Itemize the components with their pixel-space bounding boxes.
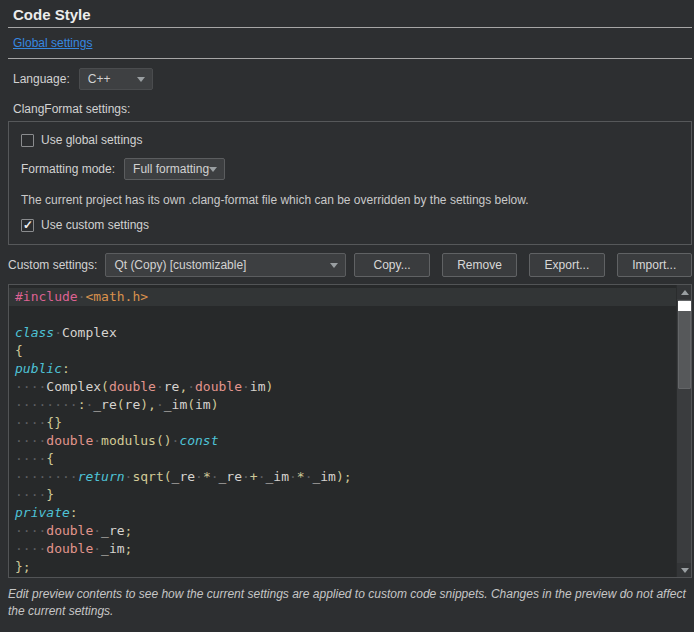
code-token: _re xyxy=(101,523,124,538)
code-line[interactable] xyxy=(9,306,676,324)
code-token: double xyxy=(46,523,93,538)
code-token: class xyxy=(15,325,54,340)
code-token: _im xyxy=(266,469,289,484)
code-line[interactable]: ····double·_re; xyxy=(9,522,676,540)
formatting-mode-label: Formatting mode: xyxy=(21,162,115,176)
code-line[interactable]: #include·<math.h> xyxy=(9,288,676,306)
code-token: _im xyxy=(101,541,124,556)
import-button[interactable]: Import... xyxy=(617,253,692,277)
code-token: double xyxy=(109,379,156,394)
use-global-settings-label: Use global settings xyxy=(41,133,142,147)
code-token: _re xyxy=(172,469,195,484)
code-line[interactable]: ········return·sqrt(_re·*·_re·+·_im·*·_i… xyxy=(9,468,676,486)
checkbox-icon[interactable] xyxy=(21,219,34,232)
code-token: _im xyxy=(312,469,335,484)
code-token: Complex xyxy=(46,379,101,394)
code-line[interactable]: ····{ xyxy=(9,450,676,468)
code-token: ········ xyxy=(15,469,78,484)
code-line[interactable]: ····double·modulus()·const xyxy=(9,432,676,450)
code-token: _im xyxy=(164,397,187,412)
code-token: { xyxy=(46,451,54,466)
code-token: sqrt xyxy=(132,469,163,484)
custom-settings-selected-value: Qt (Copy) [customizable] xyxy=(114,258,246,272)
code-token: () xyxy=(156,433,172,448)
code-token: double xyxy=(195,379,242,394)
export-button[interactable]: Export... xyxy=(529,253,604,277)
code-token: Complex xyxy=(62,325,117,340)
code-line[interactable]: { xyxy=(9,342,676,360)
code-line[interactable]: }; xyxy=(9,558,676,576)
remove-button[interactable]: Remove xyxy=(442,253,517,277)
code-token: · xyxy=(289,469,297,484)
code-token: } xyxy=(46,487,54,502)
code-token: }; xyxy=(15,559,31,574)
code-line[interactable]: class·Complex xyxy=(9,324,676,342)
code-token: double xyxy=(46,433,93,448)
code-style-settings-page: Code Style Global settings Language: C++… xyxy=(0,6,694,632)
code-line[interactable]: ····double·_im; xyxy=(9,540,676,558)
scroll-up-button[interactable] xyxy=(677,285,692,299)
code-token: ( xyxy=(164,469,172,484)
chevron-down-icon xyxy=(137,77,145,82)
code-token: · xyxy=(211,469,219,484)
code-line[interactable]: private: xyxy=(9,504,676,522)
code-preview-editor[interactable]: #include·<math.h> class·Complex{public:·… xyxy=(8,284,692,578)
custom-settings-select[interactable]: Qt (Copy) [customizable] xyxy=(105,253,346,277)
use-global-settings-checkbox[interactable]: Use global settings xyxy=(21,133,679,147)
code-token: private xyxy=(15,505,70,520)
vertical-scrollbar[interactable] xyxy=(676,285,691,577)
code-token: ···· xyxy=(15,451,46,466)
code-token: im xyxy=(250,379,266,394)
scrollbar-thumb[interactable] xyxy=(678,300,691,389)
code-token: : xyxy=(70,505,78,520)
code-line[interactable]: ····Complex(double·re,·double·im) xyxy=(9,378,676,396)
code-token: * xyxy=(297,469,305,484)
code-token: + xyxy=(250,469,258,484)
code-token: * xyxy=(203,469,211,484)
global-settings-link[interactable]: Global settings xyxy=(13,36,92,50)
chevron-down-icon xyxy=(209,167,217,172)
code-token: double xyxy=(46,541,93,556)
code-token: · xyxy=(93,433,101,448)
use-custom-settings-checkbox[interactable]: Use custom settings xyxy=(21,218,679,232)
chevron-down-icon xyxy=(330,263,338,268)
separator xyxy=(8,27,692,28)
code-token: ; xyxy=(125,541,133,556)
code-line[interactable]: public: xyxy=(9,360,676,378)
code-token: ···· xyxy=(15,415,46,430)
code-token: ···· xyxy=(15,433,46,448)
code-token: _re xyxy=(93,397,116,412)
checkbox-icon[interactable] xyxy=(21,134,34,147)
code-token: ···· xyxy=(15,487,46,502)
code-token: ········ xyxy=(15,397,78,412)
code-token: {} xyxy=(46,415,62,430)
copy-button[interactable]: Copy... xyxy=(354,253,429,277)
formatting-mode-select[interactable]: Full formatting xyxy=(124,158,225,180)
formatting-mode-selected-value: Full formatting xyxy=(133,162,209,176)
cursor-position-marker xyxy=(678,301,691,311)
code-area: #include·<math.h> class·Complex{public:·… xyxy=(9,288,676,576)
code-token: return xyxy=(78,469,125,484)
code-token: ); xyxy=(336,469,352,484)
code-line[interactable]: ····} xyxy=(9,486,676,504)
code-token: · xyxy=(195,469,203,484)
code-line[interactable]: ········:·_re(re),·_im(im) xyxy=(9,396,676,414)
language-label: Language: xyxy=(13,72,70,86)
code-token: modulus xyxy=(101,433,156,448)
language-select[interactable]: C++ xyxy=(79,68,153,90)
code-token: ···· xyxy=(15,523,46,538)
separator xyxy=(8,58,692,59)
code-token: · xyxy=(242,469,250,484)
code-token: · xyxy=(93,523,101,538)
page-title: Code Style xyxy=(13,6,694,23)
code-token: ) xyxy=(211,397,219,412)
scroll-down-button[interactable] xyxy=(677,563,692,577)
custom-settings-label: Custom settings: xyxy=(8,258,97,272)
language-selected-value: C++ xyxy=(88,72,111,86)
code-token: _re xyxy=(219,469,242,484)
code-token: · xyxy=(54,325,62,340)
code-line[interactable]: ····{} xyxy=(9,414,676,432)
code-token: ···· xyxy=(15,541,46,556)
clangformat-groupbox: Use global settings Formatting mode: Ful… xyxy=(8,121,692,245)
code-token: · xyxy=(93,541,101,556)
